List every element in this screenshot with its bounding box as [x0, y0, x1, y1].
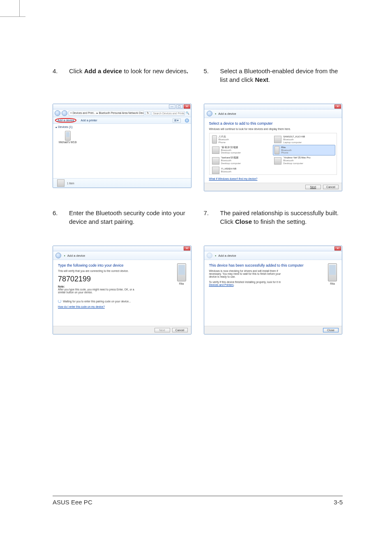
status-bar: 1 item [53, 178, 191, 188]
wizard-subtitle: This will verify that you are connecting… [58, 269, 186, 272]
phone-icon [274, 146, 279, 154]
cancel-button[interactable]: Cancel [172, 328, 188, 332]
device-label: Michael's W10i [59, 141, 77, 144]
info-text: Windows is now checking for drivers and … [209, 269, 289, 278]
next-button[interactable]: Next [305, 185, 321, 189]
wizard-body: Select a device to add to this computer … [204, 118, 342, 183]
devices-printers-link[interactable]: Devices and Printers [209, 283, 234, 286]
device-name: "barbara"的電腦 [221, 156, 239, 159]
device-list-item[interactable]: RitaBluetoothPhone [273, 145, 335, 156]
device-name: 八不忠 [219, 135, 226, 138]
computer-icon [212, 146, 219, 154]
refresh-button[interactable]: ↻ [145, 111, 150, 115]
step-4: 4. Click Add a device to look for new de… [53, 67, 191, 96]
device-list-item[interactable]: 八不忠BluetoothPhone [211, 135, 273, 145]
nav-back-icon[interactable] [207, 111, 212, 116]
device-preview: Rita [328, 263, 337, 285]
add-device-button[interactable]: Add a device [55, 118, 76, 123]
device-label: Rita [177, 282, 186, 285]
device-preview: Rita [177, 263, 186, 285]
computer-icon [212, 167, 219, 174]
close-wizard-button[interactable]: Close [323, 328, 339, 332]
step-number: 5. [204, 67, 211, 96]
device-list-item[interactable]: "Andrew Yeh"的 Mac ProBluetoothDesktop co… [273, 156, 335, 166]
wizard-heading: This device has been successfully added … [209, 263, 337, 267]
device-name: "Andrew Yeh"的 Mac Pro [283, 156, 310, 159]
close-button[interactable]: ✕ [184, 246, 190, 251]
window-title: Add a device [218, 112, 236, 116]
window-titlebar: — ▢ ✕ [53, 104, 191, 109]
window-title: Add a device [218, 254, 236, 258]
explorer-header: « Devices and Print... ▸ Bluetooth Perso… [53, 109, 191, 117]
help-icon[interactable]: ? [185, 118, 189, 123]
cancel-button[interactable]: Cancel [323, 185, 339, 189]
view-options-icon[interactable]: ⊞ ▾ [173, 118, 181, 123]
status-icon [57, 179, 65, 187]
maximize-button[interactable]: ▢ [176, 104, 183, 109]
wizard-heading: Type the following code into your device [58, 263, 186, 267]
next-button: Next [154, 328, 170, 332]
close-button[interactable]: ✕ [334, 104, 341, 109]
devices-pane: ▴ Devices (1) Michael's W10i [53, 124, 191, 178]
device-list: 八不忠BluetoothPhoneSAM1017_KUO-NBBluetooth… [209, 133, 337, 175]
wizard-footer: Next Cancel [204, 183, 342, 191]
device-label: Rita [328, 282, 337, 285]
wizard-subtitle: Windows will continue to look for new de… [209, 128, 337, 130]
wizard-icon: ▪ [215, 112, 217, 116]
wizard-body: Rita This device has been successfully a… [204, 260, 342, 326]
window-titlebar: ✕ [204, 246, 342, 251]
help-link[interactable]: What if Windows doesn't find my device? [209, 177, 258, 180]
close-button[interactable]: ✕ [184, 104, 190, 109]
computer-icon [274, 157, 281, 165]
computer-icon [212, 157, 219, 165]
nav-back-icon[interactable] [207, 253, 212, 258]
waiting-row: Waiting for you to enter this pairing co… [58, 300, 186, 303]
window-titlebar: ✕ [53, 246, 191, 251]
step-7: 7. The paired relationship is successful… [204, 209, 343, 238]
breadcrumb[interactable]: « Devices and Print... ▸ Bluetooth Perso… [69, 111, 144, 116]
step-number: 6. [53, 209, 60, 238]
close-button[interactable]: ✕ [334, 246, 341, 251]
step-text: Enter the Bluetooth security code into y… [69, 209, 191, 238]
device-list-item[interactable]: YI_HSIEH-NBBluetooth [211, 166, 273, 175]
device-name: "蘇 敬添"的電腦 [221, 146, 238, 149]
nav-back-icon[interactable] [55, 110, 60, 116]
device-name: SAM1017_KUO-NB [283, 135, 305, 138]
spinner-icon [58, 300, 61, 303]
phone-icon [65, 131, 71, 141]
phone-icon [212, 135, 217, 144]
wizard-header: ▪ Add a device [53, 251, 191, 260]
help-link[interactable]: How do I enter this code on my device? [58, 305, 105, 308]
note-text: After you type this code, you might need… [58, 288, 136, 294]
device-list-item[interactable]: SAM1017_KUO-NBBluetoothLaptop computer [273, 135, 335, 145]
nav-forward-icon[interactable] [62, 110, 67, 116]
device-name: YI_HSIEH-NB [221, 167, 237, 170]
info-text-2: To verify if this device finished instal… [209, 281, 289, 286]
wizard-icon: ▪ [215, 254, 217, 258]
computer-icon [274, 136, 281, 143]
device-list-item[interactable]: "蘇 敬添"的電腦BluetoothDesktop computer [211, 145, 273, 156]
wizard-header: ▪ Add a device [204, 251, 342, 260]
nav-back-icon[interactable] [55, 253, 61, 258]
minimize-button[interactable]: — [169, 104, 175, 109]
screenshot-pairing-code: ✕ ▪ Add a device Rita Type the following… [53, 246, 191, 334]
group-header[interactable]: ▴ Devices (1) [55, 125, 189, 129]
note-label: Note: [58, 285, 186, 288]
page-number: 3-5 [334, 499, 343, 506]
step-number: 4. [53, 67, 60, 96]
device-name: Rita [281, 146, 286, 149]
wizard-icon: ▪ [64, 254, 65, 258]
device-item[interactable]: Michael's W10i [59, 131, 77, 144]
add-printer-button[interactable]: Add a printer [81, 119, 97, 122]
wizard-header: ▪ Add a device [204, 109, 342, 118]
screenshot-devices-window: — ▢ ✕ « Devices and Print... ▸ Bluetooth… [53, 104, 191, 188]
screenshot-success: ✕ ▪ Add a device Rita This device has be… [204, 246, 343, 334]
step-text: Select a Bluetooth-enabled device from t… [220, 67, 343, 96]
status-text: 1 item [67, 182, 74, 185]
phone-icon [177, 263, 186, 281]
footer-left: ASUS Eee PC [53, 499, 92, 506]
screenshot-select-device: ✕ ▪ Add a device Select a device to add … [204, 104, 343, 191]
wizard-footer: Close [204, 326, 342, 334]
device-list-item[interactable]: "barbara"的電腦BluetoothDesktop computer [211, 156, 273, 166]
search-input[interactable]: Search Devices and Printers [152, 111, 184, 116]
